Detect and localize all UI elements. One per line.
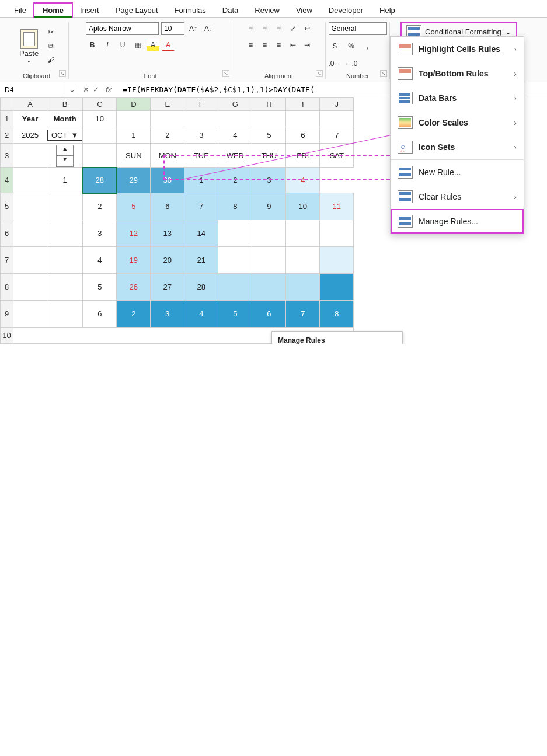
number-format-input[interactable] bbox=[329, 22, 387, 35]
calendar-cell[interactable] bbox=[286, 220, 320, 247]
cell-C1[interactable]: 10 bbox=[83, 111, 117, 127]
calendar-cell[interactable]: 10 bbox=[286, 193, 320, 220]
cf-clear-rules[interactable]: Clear Rules› bbox=[391, 184, 524, 209]
calendar-cell[interactable]: 6 bbox=[151, 193, 184, 220]
calendar-cell[interactable]: 7 bbox=[184, 193, 218, 220]
cf-data-bars[interactable]: Data Bars› bbox=[391, 86, 524, 110]
align-left-icon[interactable]: ≡ bbox=[245, 39, 257, 51]
calendar-cell[interactable]: 19 bbox=[117, 247, 151, 274]
calendar-cell[interactable]: 13 bbox=[151, 220, 184, 247]
align-right-icon[interactable]: ≡ bbox=[273, 39, 285, 51]
calendar-cell[interactable]: 2 bbox=[218, 168, 252, 193]
format-painter-icon[interactable]: 🖌 bbox=[44, 54, 57, 67]
comma-icon[interactable]: , bbox=[361, 40, 374, 53]
decrease-decimal-icon[interactable]: ←.0 bbox=[345, 57, 358, 70]
calendar-cell[interactable] bbox=[286, 247, 320, 274]
calendar-cell[interactable]: 28 bbox=[184, 274, 218, 301]
tab-data[interactable]: Data bbox=[214, 4, 246, 17]
calendar-cell[interactable]: 29 bbox=[117, 168, 151, 193]
spinner-up-icon[interactable]: ▲ bbox=[57, 145, 73, 156]
calendar-cell[interactable]: 30 bbox=[151, 168, 184, 193]
calendar-cell[interactable] bbox=[252, 247, 286, 274]
copy-icon[interactable]: ⧉ bbox=[44, 40, 57, 53]
merge-icon[interactable]: ⇥ bbox=[301, 39, 313, 51]
alignment-launcher[interactable]: ↘ bbox=[316, 70, 323, 77]
enter-formula-icon[interactable]: ✓ bbox=[93, 85, 99, 94]
tab-help[interactable]: Help bbox=[371, 4, 403, 17]
calendar-cell[interactable]: 20 bbox=[151, 247, 184, 274]
cf-color-scales[interactable]: Color Scales› bbox=[391, 110, 524, 135]
number-launcher[interactable]: ↘ bbox=[380, 70, 387, 77]
calendar-cell[interactable]: 3 bbox=[252, 168, 286, 193]
calendar-cell[interactable] bbox=[320, 220, 354, 247]
tab-view[interactable]: View bbox=[288, 4, 320, 17]
cell-B1[interactable]: Month bbox=[47, 111, 83, 127]
orientation-icon[interactable]: ⤢ bbox=[287, 22, 299, 35]
tab-formulas[interactable]: Formulas bbox=[166, 4, 214, 17]
cf-highlight-rules[interactable]: Highlight Cells Rules› bbox=[391, 37, 524, 61]
cf-new-rule[interactable]: New Rule... bbox=[391, 160, 524, 184]
calendar-cell[interactable]: 5 bbox=[117, 193, 151, 220]
calendar-cell[interactable]: 27 bbox=[151, 274, 184, 301]
calendar-cell[interactable]: 12 bbox=[117, 220, 151, 247]
cut-icon[interactable]: ✂ bbox=[44, 26, 57, 39]
calendar-cell[interactable] bbox=[218, 247, 252, 274]
calendar-cell[interactable] bbox=[252, 274, 286, 301]
cell-A1[interactable]: Year bbox=[13, 111, 47, 127]
cancel-formula-icon[interactable]: ✕ bbox=[83, 85, 89, 94]
calendar-cell[interactable]: 11 bbox=[320, 193, 354, 220]
name-box[interactable] bbox=[0, 82, 64, 97]
calendar-cell[interactable]: 5 bbox=[218, 301, 252, 328]
calendar-cell[interactable]: 4 bbox=[286, 168, 320, 193]
increase-decimal-icon[interactable]: .0→ bbox=[329, 57, 342, 70]
underline-button[interactable]: U bbox=[116, 39, 129, 51]
tab-developer[interactable]: Developer bbox=[320, 4, 371, 17]
wrap-text-icon[interactable]: ↩ bbox=[301, 22, 313, 35]
align-top-icon[interactable]: ≡ bbox=[245, 22, 257, 35]
calendar-cell[interactable] bbox=[218, 274, 252, 301]
calendar-cell[interactable] bbox=[218, 220, 252, 247]
currency-icon[interactable]: $ bbox=[329, 40, 342, 53]
italic-button[interactable]: I bbox=[101, 39, 114, 51]
font-color-button[interactable]: A bbox=[162, 39, 175, 51]
calendar-cell[interactable] bbox=[286, 274, 320, 301]
align-middle-icon[interactable]: ≡ bbox=[259, 22, 271, 35]
clipboard-launcher[interactable]: ↘ bbox=[59, 70, 66, 77]
spinner-down-icon[interactable]: ▼ bbox=[57, 156, 73, 166]
tab-review[interactable]: Review bbox=[246, 4, 288, 17]
calendar-cell[interactable]: 26 bbox=[117, 274, 151, 301]
tab-file[interactable]: File bbox=[6, 4, 34, 17]
calendar-cell[interactable]: 28 bbox=[83, 168, 117, 193]
calendar-cell[interactable]: 1 bbox=[184, 168, 218, 193]
calendar-cell[interactable] bbox=[252, 220, 286, 247]
calendar-cell[interactable] bbox=[320, 274, 354, 301]
font-launcher[interactable]: ↘ bbox=[222, 70, 229, 77]
align-bottom-icon[interactable]: ≡ bbox=[273, 22, 285, 35]
font-name-input[interactable] bbox=[86, 22, 159, 35]
tab-page-layout[interactable]: Page Layout bbox=[107, 4, 166, 17]
dropdown-icon[interactable]: ⌄ bbox=[69, 85, 75, 94]
font-size-input[interactable] bbox=[161, 22, 184, 35]
bold-button[interactable]: B bbox=[86, 39, 99, 51]
cf-top-bottom[interactable]: Top/Bottom Rules› bbox=[391, 61, 524, 86]
calendar-cell[interactable]: 14 bbox=[184, 220, 218, 247]
cell-A2[interactable]: 2025 bbox=[13, 127, 47, 144]
paste-button[interactable]: Paste ⌄ bbox=[16, 28, 42, 65]
calendar-cell[interactable]: 3 bbox=[151, 301, 184, 328]
calendar-cell[interactable]: 7 bbox=[286, 301, 320, 328]
calendar-cell[interactable]: 6 bbox=[252, 301, 286, 328]
decrease-font-icon[interactable]: A↓ bbox=[202, 22, 215, 35]
cell-B2[interactable]: OCT▼ bbox=[47, 127, 83, 144]
percent-icon[interactable]: % bbox=[345, 40, 358, 53]
calendar-cell[interactable]: 9 bbox=[252, 193, 286, 220]
calendar-cell[interactable]: 21 bbox=[184, 247, 218, 274]
tab-insert[interactable]: Insert bbox=[72, 4, 107, 17]
calendar-cell[interactable]: 8 bbox=[218, 193, 252, 220]
calendar-cell[interactable]: 4 bbox=[184, 301, 218, 328]
borders-button[interactable]: ▦ bbox=[131, 39, 144, 51]
calendar-cell[interactable] bbox=[320, 247, 354, 274]
decrease-indent-icon[interactable]: ⇤ bbox=[287, 39, 299, 51]
calendar-cell[interactable]: 2 bbox=[117, 301, 151, 328]
increase-font-icon[interactable]: A↑ bbox=[187, 22, 200, 35]
cf-manage-rules[interactable]: Manage Rules... bbox=[391, 209, 524, 234]
